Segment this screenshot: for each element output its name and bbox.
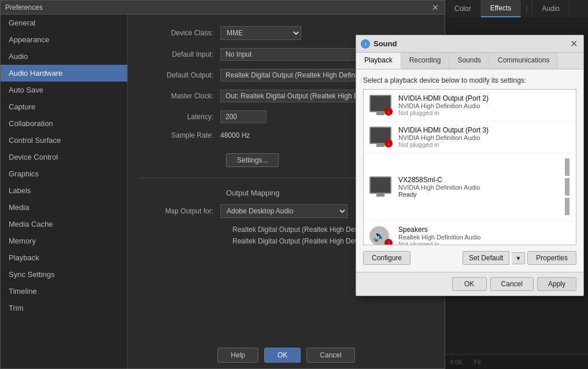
sound-tabs: Playback Recording Sounds Communications (356, 53, 583, 69)
sound-ok-button[interactable]: OK (452, 277, 487, 291)
bg-tab-bar: Color Effects | Audio (445, 0, 588, 17)
latency-value: 200 (220, 110, 267, 123)
tab-effects[interactable]: Effects (481, 0, 521, 17)
device-info-nvidia-hdmi-2: NVIDIA HDMI Output (Port 2) NVIDIA High … (398, 94, 570, 116)
sound-title: Sound (373, 39, 397, 48)
device-item-nvidia-hdmi-3[interactable]: ↓ NVIDIA HDMI Output (Port 3) NVIDIA Hig… (364, 121, 576, 153)
device-name: VX2858Sml-C (398, 176, 559, 184)
device-driver: NVIDIA High Definition Audio (398, 102, 570, 109)
sound-dialog: ♪ Sound ✕ Playback Recording Sounds Comm… (356, 35, 584, 296)
master-clock-label: Master Clock: (139, 92, 220, 100)
device-list: ↓ NVIDIA HDMI Output (Port 2) NVIDIA Hig… (363, 89, 576, 245)
device-driver: Realtek High Definition Audio (398, 234, 570, 241)
ok-button[interactable]: OK (264, 348, 301, 363)
settings-button[interactable]: Settings... (226, 153, 279, 167)
tab-audio[interactable]: Audio (532, 0, 569, 17)
error-badge: ↓ (384, 139, 393, 147)
latency-label: Latency: (139, 113, 220, 121)
configure-button[interactable]: Configure (363, 251, 411, 265)
sidebar-item-trim[interactable]: Trim (1, 300, 127, 316)
sound-cancel-button[interactable]: Cancel (490, 277, 534, 291)
error-badge: ↓ (384, 239, 393, 245)
error-badge: ↓ (384, 108, 393, 116)
device-icon-speakers: 🔊↓ (369, 226, 393, 245)
sound-close-button[interactable]: ✕ (569, 38, 579, 49)
map-output-label: Map Output for: (139, 207, 220, 215)
device-status: Ready (398, 191, 559, 198)
sidebar-item-memory[interactable]: Memory (1, 233, 127, 249)
sidebar-item-media-cache[interactable]: Media Cache (1, 216, 127, 233)
device-level-bars (564, 158, 570, 216)
tab-playback[interactable]: Playback (356, 53, 401, 69)
device-driver: NVIDIA High Definition Audio (398, 134, 570, 141)
preferences-bottom-buttons: Help OK Cancel (128, 348, 445, 363)
preferences-title: Preferences (5, 3, 43, 12)
device-item-vx28585ml-c[interactable]: VX2858Sml-C NVIDIA High Definition Audio… (364, 153, 576, 221)
sound-footer: OK Cancel Apply (356, 272, 583, 296)
sidebar-item-audio-hardware[interactable]: Audio Hardware (1, 65, 127, 82)
device-info-nvidia-hdmi-3: NVIDIA HDMI Output (Port 3) NVIDIA High … (398, 126, 570, 148)
default-output-label: Default Output: (139, 71, 220, 79)
sidebar-item-auto-save[interactable]: Auto Save (1, 82, 127, 98)
sidebar-item-playback[interactable]: Playback (1, 249, 127, 266)
preferences-close-button[interactable]: ✕ (431, 3, 440, 12)
device-item-speakers[interactable]: 🔊↓ Speakers Realtek High Definition Audi… (364, 221, 576, 245)
bg-content-area (445, 17, 588, 29)
tab-communications[interactable]: Communications (490, 53, 558, 69)
tab-sounds[interactable]: Sounds (449, 53, 490, 69)
preferences-sidebar: GeneralAppearanceAudioAudio HardwareAuto… (1, 14, 128, 368)
device-icon-vx28585ml-c (369, 176, 393, 197)
sidebar-item-graphics[interactable]: Graphics (1, 165, 127, 182)
sidebar-item-sync-settings[interactable]: Sync Settings (1, 266, 127, 283)
device-info-speakers: Speakers Realtek High Definition Audio N… (398, 226, 570, 245)
device-item-nvidia-hdmi-2[interactable]: ↓ NVIDIA HDMI Output (Port 2) NVIDIA Hig… (364, 90, 576, 121)
device-name: Speakers (398, 226, 570, 234)
set-default-button[interactable]: Set Default (463, 251, 509, 265)
device-name: NVIDIA HDMI Output (Port 3) (398, 126, 570, 134)
sidebar-item-control-surface[interactable]: Control Surface (1, 132, 127, 149)
properties-button[interactable]: Properties (527, 251, 576, 265)
sidebar-item-collaboration[interactable]: Collaboration (1, 115, 127, 132)
tab-recording[interactable]: Recording (401, 53, 450, 69)
cancel-button[interactable]: Cancel (306, 348, 354, 363)
default-input-label: Default Input: (139, 50, 220, 58)
sound-apply-button[interactable]: Apply (537, 277, 576, 291)
sound-titlebar: ♪ Sound ✕ (356, 35, 583, 53)
preferences-titlebar: Preferences ✕ (1, 1, 445, 14)
help-button[interactable]: Help (217, 348, 258, 363)
device-driver: NVIDIA High Definition Audio (398, 184, 559, 191)
sample-rate-label: Sample Rate: (139, 131, 220, 139)
map-output-select[interactable]: Adobe Desktop Audio (220, 204, 347, 218)
sample-rate-value: 48000 Hz (220, 131, 250, 139)
right-actions: Set Default ▼ Properties (463, 251, 576, 265)
device-info-vx28585ml-c: VX2858Sml-C NVIDIA High Definition Audio… (398, 176, 559, 198)
sound-title-area: ♪ Sound (361, 39, 397, 49)
sound-icon: ♪ (361, 39, 370, 49)
sound-instruction: Select a playback device below to modify… (363, 76, 576, 84)
sidebar-item-labels[interactable]: Labels (1, 182, 127, 199)
sidebar-item-timeline[interactable]: Timeline (1, 283, 127, 300)
device-name: NVIDIA HDMI Output (Port 2) (398, 94, 570, 102)
sidebar-item-capture[interactable]: Capture (1, 98, 127, 115)
device-status: Not plugged in (398, 141, 570, 148)
device-icon-nvidia-hdmi-2: ↓ (369, 95, 393, 116)
set-default-arrow-button[interactable]: ▼ (512, 252, 525, 264)
device-status: Not plugged in (398, 109, 570, 116)
sidebar-item-device-control[interactable]: Device Control (1, 149, 127, 165)
device-icon-nvidia-hdmi-3: ↓ (369, 127, 393, 147)
sidebar-item-appearance[interactable]: Appearance (1, 31, 127, 48)
sidebar-item-media[interactable]: Media (1, 199, 127, 216)
sidebar-item-general[interactable]: General (1, 14, 127, 31)
tab-color[interactable]: Color (445, 0, 481, 17)
ruler-bar: 8:06 Fit (445, 355, 588, 369)
tab-divider: | (521, 0, 532, 17)
device-class-select[interactable]: MME (220, 26, 301, 40)
device-status: Not plugged in (398, 241, 570, 245)
sound-body: Select a playback device below to modify… (356, 69, 583, 272)
sidebar-item-audio[interactable]: Audio (1, 48, 127, 65)
sound-actions: Configure Set Default ▼ Properties (363, 251, 576, 265)
device-class-label: Device Class: (139, 29, 220, 37)
